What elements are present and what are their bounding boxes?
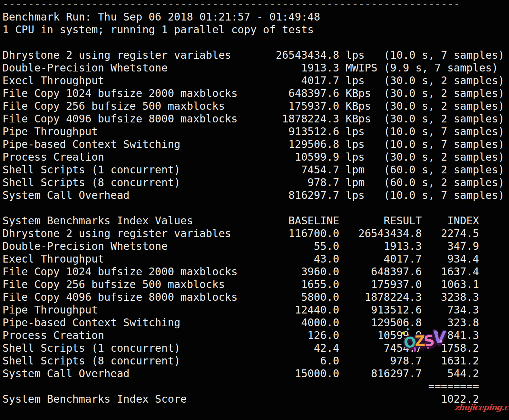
terminal-line: Process Creation 10599.9 lps (30.0 s, 2 … [2, 151, 504, 163]
terminal-line: Dhrystone 2 using register variables 265… [2, 49, 504, 62]
terminal-line: System Call Overhead 816297.7 lps (10.0 … [2, 189, 504, 202]
terminal-line [2, 202, 504, 214]
terminal-line: File Copy 256 bufsize 500 maxblocks 1759… [2, 100, 504, 113]
terminal-line: Pipe-based Context Switching 129506.8 lp… [2, 138, 504, 151]
terminal-line: Shell Scripts (1 concurrent) 42.4 7454.7… [2, 342, 504, 355]
terminal-line: System Call Overhead 15000.0 816297.7 54… [2, 367, 504, 380]
terminal-line [2, 36, 504, 49]
terminal-screen: ----------------------------------------… [0, 0, 509, 420]
terminal-line: File Copy 1024 bufsize 2000 maxblocks 64… [2, 87, 504, 100]
terminal-line: Double-Precision Whetstone 55.0 1913.3 3… [2, 240, 504, 253]
terminal-line: Benchmark Run: Thu Sep 06 2018 01:21:57 … [2, 11, 504, 23]
terminal-line: File Copy 4096 bufsize 8000 maxblocks 58… [2, 291, 504, 304]
terminal-line: Execl Throughput 4017.7 lps (30.0 s, 2 s… [2, 74, 504, 87]
terminal-line: Pipe Throughput 12440.0 913512.6 734.3 [2, 304, 504, 316]
terminal-line: Process Creation 126.0 10599.9 841.3 [2, 329, 504, 342]
terminal-line: System Benchmarks Index Score 1022.2 [2, 393, 504, 405]
terminal-line: ----------------------------------------… [2, 0, 504, 11]
terminal-line: Shell Scripts (1 concurrent) 7454.7 lpm … [2, 163, 504, 176]
terminal-line: ======== [2, 380, 504, 393]
terminal-line: Double-Precision Whetstone 1913.3 MWIPS … [2, 62, 504, 74]
site-watermark: zhujiceping.com [454, 402, 509, 412]
terminal-line: 1 CPU in system; running 1 parallel copy… [2, 23, 504, 36]
terminal-line: File Copy 256 bufsize 500 maxblocks 1655… [2, 278, 504, 291]
terminal-line: System Benchmarks Index Values BASELINE … [2, 214, 504, 227]
terminal-line: File Copy 1024 bufsize 2000 maxblocks 39… [2, 265, 504, 278]
terminal-line: Shell Scripts (8 concurrent) 978.7 lpm (… [2, 176, 504, 189]
terminal-line: Dhrystone 2 using register variables 116… [2, 227, 504, 240]
terminal-output: ----------------------------------------… [2, 0, 504, 405]
terminal-line: Execl Throughput 43.0 4017.7 934.4 [2, 253, 504, 265]
terminal-line: Pipe Throughput 913512.6 lps (10.0 s, 7 … [2, 125, 504, 138]
terminal-line: Pipe-based Context Switching 4000.0 1295… [2, 316, 504, 329]
terminal-line: Shell Scripts (8 concurrent) 6.0 978.7 1… [2, 355, 504, 367]
terminal-line: File Copy 4096 bufsize 8000 maxblocks 18… [2, 113, 504, 125]
